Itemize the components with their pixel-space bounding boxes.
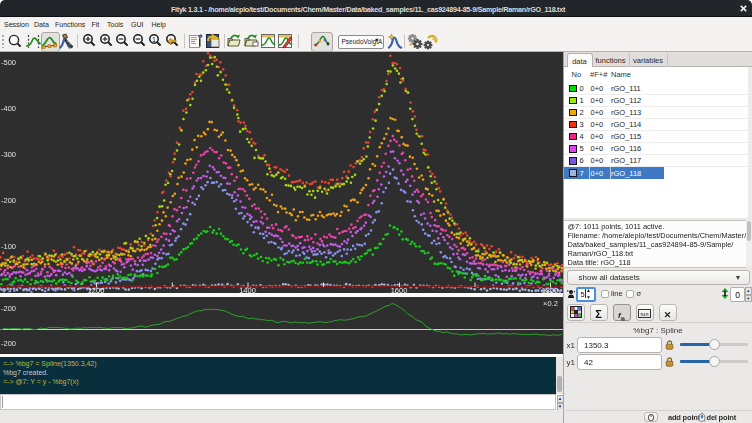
- svg-text:run: run: [641, 310, 649, 316]
- svg-text:1: 1: [152, 36, 156, 43]
